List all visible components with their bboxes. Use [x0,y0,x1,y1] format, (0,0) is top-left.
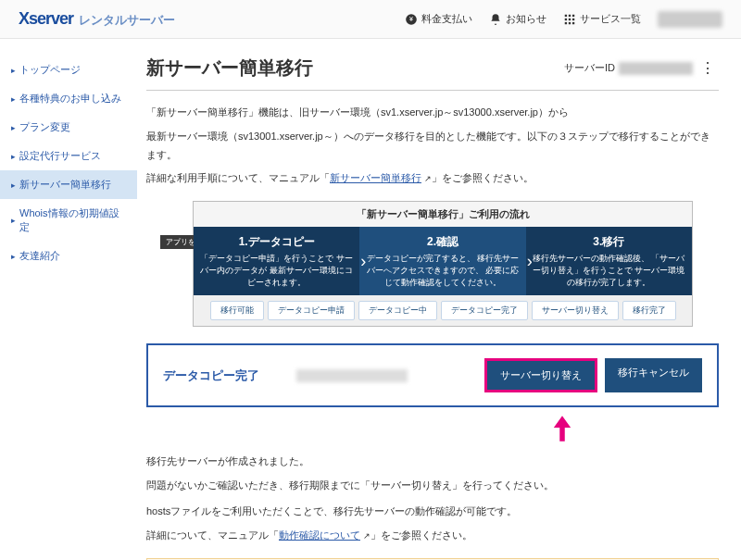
chevron-right-icon: ▸ [11,216,16,225]
cancel-migration-button[interactable]: 移行キャンセル [605,358,702,392]
description-line: 「新サーバー簡単移行」機能は、旧サーバー環境（sv1.xserver.jp～sv… [146,104,719,122]
step-heading: 2.確認 [363,234,521,250]
status-tag: データコピー申請 [268,301,355,320]
status-panel: データコピー完了 サーバー切り替え 移行キャンセル [146,343,719,407]
yen-icon: ¥ [405,13,418,26]
sidebar-item-setup[interactable]: ▸設定代行サービス [0,142,137,170]
pointer-arrow [146,415,719,445]
svg-rect-2 [565,14,567,16]
chevron-right-icon: › [360,252,366,271]
sidebar-item-whois[interactable]: ▸Whois情報の初期値設定 [0,199,137,242]
logo-mark: Xserver [19,9,73,29]
status-tag: 移行完了 [622,301,676,320]
sidebar-item-benefits[interactable]: ▸各種特典のお申し込み [0,84,137,113]
step-heading: 3.移行 [530,234,688,250]
description-line: 最新サーバー環境（sv13001.xserver.jp～）へのデータ移行を目的と… [146,128,719,165]
sidebar-label: 各種特典のお申し込み [19,92,121,106]
flow-step-2: 2.確認 データコピーが完了すると、 移行先サーバーへアクセスできますので、 必… [359,227,525,295]
chevron-right-icon: ▸ [11,123,16,132]
nav-label: お知らせ [506,12,546,26]
sidebar-item-referral[interactable]: ▸友達紹介 [0,242,137,270]
manual-link[interactable]: 動作確認について [279,529,360,541]
nav-payment[interactable]: ¥ 料金支払い [405,12,472,26]
flow-title: 「新サーバー簡単移行」ご利用の流れ [194,202,692,227]
svg-rect-9 [569,21,571,23]
chevron-right-icon: ▸ [11,152,16,161]
external-link-icon: ↗ [421,174,432,183]
flow-steps: 1.データコピー 「データコピー申請」を行うことで サーバー内のデータが 最新サ… [194,227,692,295]
status-buttons: サーバー切り替え 移行キャンセル [484,358,702,392]
chevron-right-icon: › [527,252,533,271]
svg-rect-10 [572,21,574,23]
kebab-menu-icon[interactable]: ⋮ [697,59,719,77]
step-desc: データコピーが完了すると、 移行先サーバーへアクセスできますので、 必要に応じて… [363,253,521,288]
svg-rect-5 [565,18,567,19]
chevron-right-icon: ▸ [11,180,16,190]
guide-line: 詳細について、マニュアル「動作確認について ↗」をご参照ください。 [146,527,719,545]
sidebar-label: Whois情報の初期値設定 [19,206,126,234]
user-badge[interactable] [658,11,722,28]
status-tag: 移行可能 [210,301,264,320]
sidebar-item-top[interactable]: ▸トップページ [0,56,137,84]
status-server-info [296,369,408,382]
sidebar-item-migration[interactable]: ▸新サーバー簡単移行 [0,170,137,199]
nav-label: 料金支払い [421,12,472,26]
sidebar-label: プラン変更 [19,120,70,134]
logo-subtitle: レンタルサーバー [79,12,175,29]
sidebar-label: トップページ [19,63,81,77]
nav-services[interactable]: サービス一覧 [563,12,641,26]
sidebar-item-plan[interactable]: ▸プラン変更 [0,113,137,142]
sidebar-label: 友達紹介 [19,249,60,263]
page-title-row: 新サーバー簡単移行 サーバーID ⋮ [146,56,719,91]
step-heading: 1.データコピー [197,234,356,250]
chevron-right-icon: ▸ [11,252,16,261]
switch-server-button[interactable]: サーバー切り替え [484,358,597,392]
step-desc: 「データコピー申請」を行うことで サーバー内のデータが 最新サーバー環境にコピー… [197,253,356,288]
chevron-right-icon: ▸ [11,94,16,104]
server-id-value [619,62,693,75]
nav-label: サービス一覧 [580,12,641,26]
header-nav: ¥ 料金支払い お知らせ サービス一覧 [405,11,722,28]
sidebar: ▸トップページ ▸各種特典のお申し込み ▸プラン変更 ▸設定代行サービス ▸新サ… [0,39,137,560]
guide-line: 移行先サーバーが作成されました。 [146,453,719,471]
step-desc: 移行先サーバーの動作確認後、 「サーバー切り替え」を行うことで サーバー環境の移… [530,253,688,288]
description-line: 詳細な利用手順について、マニュアル「新サーバー簡単移行 ↗」をご参照ください。 [146,169,719,188]
nav-notice[interactable]: お知らせ [489,12,546,26]
svg-rect-8 [565,21,567,23]
status-tag: データコピー完了 [441,301,528,320]
grid-icon [563,13,576,26]
arrow-up-icon [552,415,572,442]
flow-diagram: アプリを表示 「新サーバー簡単移行」ご利用の流れ 1.データコピー 「データコピ… [193,201,693,327]
main-content: 新サーバー簡単移行 サーバーID ⋮ 「新サーバー簡単移行」機能は、旧サーバー環… [137,39,741,560]
flow-tags: 移行可能 データコピー申請 データコピー中 データコピー完了 サーバー切り替え … [194,295,692,326]
sidebar-label: 新サーバー簡単移行 [19,178,111,192]
external-link-icon: ↗ [360,531,370,541]
page-title: 新サーバー簡単移行 [146,56,313,81]
server-id-label: サーバーID [564,61,615,75]
chevron-right-icon: ▸ [11,66,16,75]
sidebar-label: 設定代行サービス [19,149,101,163]
svg-rect-3 [569,14,571,16]
svg-rect-4 [572,14,574,16]
svg-rect-6 [569,18,571,19]
logo[interactable]: Xserver レンタルサーバー [19,9,175,29]
status-tag: データコピー中 [358,301,437,320]
flow-step-3: 3.移行 移行先サーバーの動作確認後、 「サーバー切り替え」を行うことで サーバ… [526,227,692,295]
status-tag: サーバー切り替え [532,301,619,320]
svg-text:¥: ¥ [409,16,413,22]
guide-line: 問題がないかご確認いただき、移行期限までに「サーバー切り替え」を行ってください。 [146,477,719,495]
server-id-area: サーバーID ⋮ [564,59,719,77]
app-header: Xserver レンタルサーバー ¥ 料金支払い お知らせ サービス一覧 [0,0,741,39]
bell-icon [489,13,502,26]
status-label: データコピー完了 [163,367,259,384]
guide-line: hostsファイルをご利用いただくことで、移行先サーバーの動作確認が可能です。 [146,503,719,521]
svg-rect-7 [572,18,574,19]
flow-step-1: 1.データコピー 「データコピー申請」を行うことで サーバー内のデータが 最新サ… [194,227,359,295]
manual-link[interactable]: 新サーバー簡単移行 [330,172,421,183]
